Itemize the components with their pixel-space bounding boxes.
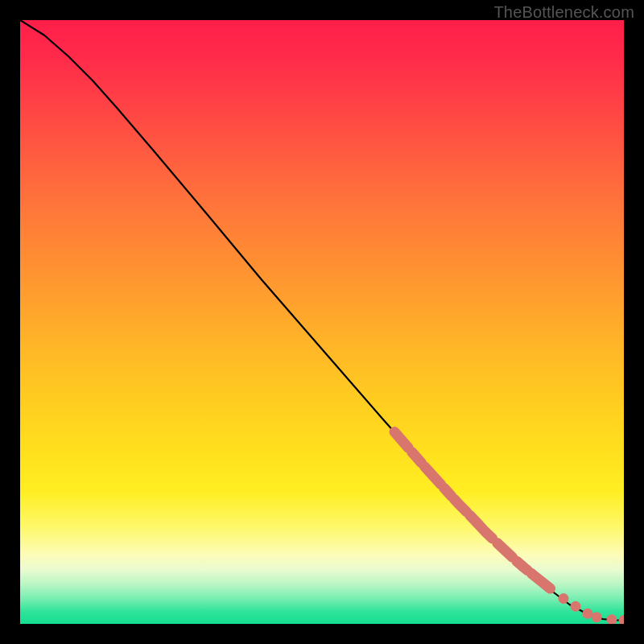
marker-strip [394, 432, 551, 590]
marker-dot [559, 593, 569, 604]
marker-dot [607, 614, 617, 624]
frame: TheBottleneck.com [0, 0, 644, 644]
marker-dot [571, 601, 581, 612]
marker-dot [592, 612, 602, 622]
watermark-label: TheBottleneck.com [493, 3, 634, 22]
curve-line [20, 20, 624, 621]
marker-dot [583, 609, 593, 619]
chart-overlay [20, 20, 624, 624]
marker-dot [619, 615, 625, 624]
marker-points [394, 432, 624, 625]
plot-area [20, 20, 624, 624]
curve-path [20, 20, 624, 621]
